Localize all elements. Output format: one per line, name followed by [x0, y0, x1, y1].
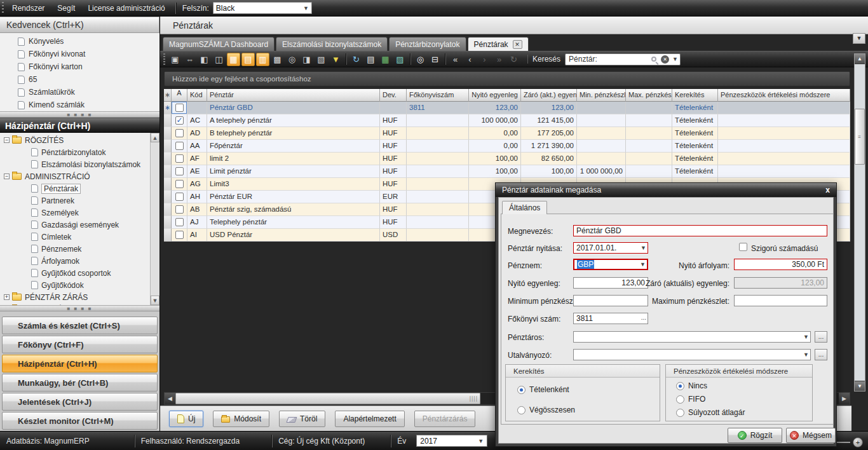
tree-item-gy-jt-k-dok[interactable]: Gyűjtőkódok [0, 279, 150, 291]
grid-cell-zaro[interactable]: 123,00 [521, 102, 577, 114]
grid-cell-dev[interactable]: HUF [380, 203, 407, 216]
nav-prev-icon[interactable]: ‹ [463, 53, 477, 66]
nav-button-munka-gy-b-r-ctrl-b-[interactable]: Munkaügy, bér (Ctrl+B) [2, 374, 158, 392]
grid-cell-ertekeles[interactable] [718, 153, 850, 165]
t-r-l-button[interactable]: Töröl [279, 411, 325, 427]
chevron-down-icon[interactable]: ▼ [640, 261, 646, 268]
ellipsis-icon[interactable]: ... [641, 314, 646, 321]
clear-search-icon[interactable]: ✕ [661, 55, 669, 64]
utalvanyozo-field[interactable]: ▼ [573, 349, 811, 360]
tab-magnumsz-mla-dashboard[interactable]: MagnumSZÁMLA Dashboard [163, 37, 275, 51]
sidebar-splitter[interactable]: ■ ■ ■ ■ [0, 112, 159, 118]
tree-item-p-nzt-rbizonylatok[interactable]: Pénztárbizonylatok [0, 146, 150, 158]
checkbox-icon[interactable] [175, 116, 184, 125]
tree-scrollbar[interactable]: ▲ ▼ [150, 133, 159, 305]
grid-cell-max[interactable] [626, 140, 672, 153]
grid-cell-dev[interactable]: HUF [380, 216, 407, 229]
row-checkbox-cell[interactable] [172, 114, 187, 127]
grid-cell-kod[interactable] [187, 102, 207, 114]
grid-cell-fokonyviszam[interactable] [407, 127, 469, 140]
grid-cell-max[interactable] [626, 165, 672, 178]
menu-item-license-adminisztr-ci-[interactable]: License adminisztráció [81, 1, 171, 15]
favorite-item[interactable]: 65 [9, 73, 159, 86]
tab-altalanos[interactable]: Általános [502, 201, 547, 214]
favorite-item[interactable]: Főkönyvi kivonat [9, 48, 159, 60]
utalvanyozo-lookup-button[interactable]: ... [815, 349, 827, 360]
penztaros-lookup-button[interactable]: ... [815, 331, 827, 343]
row-checkbox-cell[interactable] [172, 153, 187, 165]
grid-cell-nyito[interactable]: 100,00 [469, 165, 521, 178]
dialog-titlebar[interactable]: Pénztár adatainak megadása x [496, 183, 836, 197]
grid-cell-name[interactable]: Pénztár EUR [207, 191, 380, 203]
split-grid-icon[interactable]: ◫ [212, 53, 226, 66]
grid-cell-name[interactable]: Pénztár szig, számadású [207, 203, 380, 216]
checkbox-icon[interactable] [175, 154, 184, 163]
row-checkbox-cell[interactable] [172, 229, 187, 242]
print-icon[interactable]: ⊟ [428, 53, 442, 66]
tree-item-p-nzt-rak[interactable]: Pénztárak [0, 182, 150, 194]
grid-cell-min[interactable] [577, 140, 626, 153]
row-checkbox-cell[interactable] [172, 127, 187, 140]
penztaros-field[interactable]: ▼ [573, 331, 811, 343]
grid-cell-fokonyviszam[interactable] [407, 165, 469, 178]
grid-cell-kod[interactable]: AJ [187, 216, 207, 229]
table-row[interactable]: ∗Pénztár GBD3811123,00123,00Tételenként [164, 102, 850, 114]
row-checkbox-cell[interactable] [172, 191, 187, 203]
tree-item-szem-lyek[interactable]: Személyek [0, 207, 150, 219]
grid-cell-min[interactable] [577, 153, 626, 165]
radio-sulyozott[interactable]: Súlyozott átlagár [676, 408, 745, 417]
checkbox-icon[interactable] [175, 180, 184, 188]
row-checkbox-cell[interactable] [172, 216, 187, 229]
grid-cell-kod[interactable]: AA [187, 140, 207, 153]
nav-button-jelent-sek-ctrl-j-[interactable]: Jelentések (Ctrl+J) [2, 393, 158, 411]
grid-cell-kerekites[interactable]: Tételenként [672, 114, 718, 127]
rogzit-button[interactable]: ✓ Rögzít [728, 428, 782, 443]
grid-cell-dev[interactable]: HUF [380, 114, 407, 127]
nav-button-k-szlet-monitor-ctrl-m-[interactable]: Készlet monitor (Ctrl+M) [2, 412, 158, 430]
group-panel-icon[interactable]: ◨ [300, 53, 313, 66]
grid-cell-zaro[interactable]: 1 271 390,00 [521, 140, 577, 153]
column-header-kerekites[interactable]: Kerekítés [672, 89, 718, 102]
zoom-in-icon[interactable]: + [853, 437, 863, 447]
table-row[interactable]: ADB telephely pénztárHUF0,00177 205,00Té… [164, 127, 850, 140]
grid-cell-kerekites[interactable]: Tételenként [672, 127, 718, 140]
close-icon[interactable]: x [825, 186, 830, 194]
search-dropdown-icon[interactable]: ▼ [672, 56, 678, 62]
grid-cell-kerekites[interactable]: Tételenként [672, 165, 718, 178]
grid-cell-dev[interactable]: USD [380, 229, 407, 242]
grid-cell-fokonyviszam[interactable]: 3811 [407, 102, 469, 114]
expand-groups-icon[interactable]: ▧ [315, 53, 328, 66]
collapse-icon[interactable]: − [4, 137, 10, 143]
filter-icon[interactable]: ▼ [329, 53, 342, 66]
tree-item-p-nznemek[interactable]: Pénznemek [0, 243, 150, 255]
grid-cell-name[interactable]: USD Pénztár [207, 229, 380, 242]
skin-select[interactable]: Black ▼ [213, 2, 312, 14]
max-penzkeszlet-field[interactable] [734, 295, 827, 306]
favorite-item[interactable]: Könyvelés [9, 35, 159, 48]
row-checkbox-cell[interactable] [172, 203, 187, 216]
grid-cell-ertekeles[interactable] [718, 140, 850, 153]
radio-fifo[interactable]: FIFO [676, 395, 705, 404]
checkbox-icon[interactable] [175, 205, 184, 214]
grid-cell-nyito[interactable]: 100 000,00 [469, 114, 521, 127]
column-header-name[interactable]: Pénztár [207, 89, 380, 102]
nyito-egyenleg-field[interactable]: 123,00 [573, 277, 648, 289]
grid-cell-kod[interactable]: AD [187, 127, 207, 140]
grid-cell-nyito[interactable]: 0,00 [469, 127, 521, 140]
export-icon[interactable]: ▨ [393, 53, 407, 66]
nav-first-icon[interactable]: « [449, 53, 462, 66]
checkbox-icon[interactable] [175, 104, 184, 112]
favorite-item[interactable]: Főkönyvi karton [9, 60, 159, 73]
grid-cell-kod[interactable]: AB [187, 203, 207, 216]
scroll-right-icon[interactable]: ▶ [839, 393, 850, 404]
sidebar-splitter-2[interactable]: ■ ■ ■ ■ [0, 306, 159, 311]
collapse-icon[interactable]: − [4, 174, 10, 179]
grid-cell-kod[interactable]: AE [187, 165, 207, 178]
column-header-kod[interactable]: Kód [187, 89, 207, 102]
search-input[interactable]: Pénztár: ✕ ▼ [565, 53, 681, 65]
scroll-down-icon[interactable]: ▼ [855, 381, 865, 391]
tab-elsz-mol-si-bizonylatsz-mok[interactable]: Elszámolási bizonylatszámok [276, 37, 388, 51]
table-row[interactable]: AELimit pénztárHUF100,00100,001 000 000,… [164, 165, 850, 178]
column-header-ertekeles[interactable]: Pénzeszközök értékelési módszere [718, 89, 850, 102]
grid-cell-kerekites[interactable]: Tételenként [672, 102, 718, 114]
